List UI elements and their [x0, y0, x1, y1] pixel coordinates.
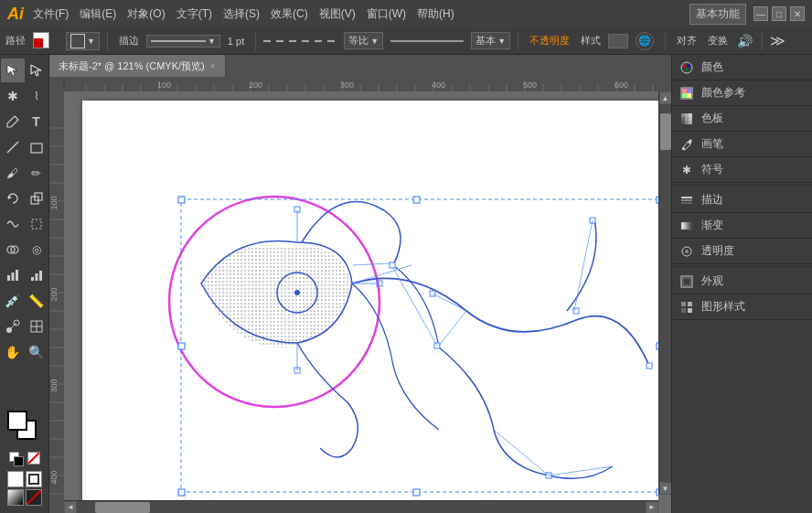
ruler-horizontal: 100 200 300 400 500 600 — [49, 77, 671, 91]
select-tool[interactable] — [1, 59, 25, 82]
scroll-track-horizontal[interactable] — [77, 501, 646, 514]
menu-effect[interactable]: 效果(C) — [271, 6, 308, 22]
svg-rect-137 — [681, 121, 685, 124]
scroll-thumb-horizontal[interactable] — [95, 502, 150, 513]
blend-tool[interactable] — [1, 315, 25, 338]
menu-edit[interactable]: 编辑(E) — [80, 6, 116, 22]
panel-color-ref[interactable]: 颜色参考 — [672, 80, 812, 106]
slice-tool[interactable] — [25, 315, 48, 338]
scroll-down-button[interactable]: ▼ — [659, 482, 672, 495]
panel-color[interactable]: 颜色 — [672, 55, 812, 80]
rect-tool[interactable] — [25, 135, 48, 159]
scroll-up-button[interactable]: ▲ — [659, 91, 672, 104]
style-preview[interactable] — [608, 34, 628, 48]
proportion-dropdown[interactable]: 等比 ▼ — [344, 32, 383, 49]
menu-object[interactable]: 对象(O) — [127, 6, 165, 22]
default-colors-icon[interactable] — [9, 452, 24, 466]
zoom-tool[interactable]: 🔍 — [25, 340, 48, 364]
panel-separator-2 — [672, 266, 812, 267]
tool-row-7 — [0, 212, 48, 236]
shape-builder-tool[interactable] — [1, 238, 25, 262]
line-tool[interactable] — [1, 135, 25, 159]
svg-text:100: 100 — [49, 196, 59, 209]
menu-text[interactable]: 文字(T) — [176, 6, 212, 22]
svg-point-125 — [686, 68, 689, 70]
graph-tool[interactable] — [1, 263, 25, 287]
rotate-tool[interactable] — [1, 187, 25, 210]
panel-transparency[interactable]: 透明度 — [672, 239, 812, 264]
hand-tool[interactable]: ✋ — [1, 340, 25, 364]
text-tool[interactable]: T — [25, 110, 48, 134]
gradient-icon — [679, 219, 694, 233]
magic-wand-tool[interactable]: ✱ — [1, 84, 25, 108]
panel-brushes[interactable]: 画笔 — [672, 132, 812, 157]
basic-func-dropdown[interactable]: 基本功能 — [689, 4, 746, 25]
paintbrush-tool[interactable]: 🖌 — [1, 161, 25, 185]
maximize-button[interactable]: □ — [772, 6, 786, 21]
pencil-tool[interactable]: ✏ — [25, 161, 48, 185]
svg-rect-2 — [31, 144, 42, 153]
stroke-color-icon[interactable] — [33, 32, 59, 50]
eyedropper-tool[interactable]: 💉 — [1, 289, 25, 313]
shape-dropdown[interactable]: ▼ — [66, 32, 100, 50]
svg-rect-153 — [688, 308, 692, 313]
tool-row-12: ✋ 🔍 — [0, 340, 48, 364]
toolbar-extra-icon[interactable]: 🔊 — [737, 34, 753, 48]
warp-tool[interactable] — [1, 212, 25, 236]
stroke-box[interactable] — [26, 471, 42, 487]
menu-view[interactable]: 视图(V) — [319, 6, 356, 22]
menu-file[interactable]: 文件(F) — [33, 6, 69, 22]
toolbar-path-label: 路径 — [5, 34, 26, 48]
stroke-style-dropdown[interactable]: ▼ — [146, 35, 220, 48]
gradient-box[interactable] — [7, 489, 24, 506]
svg-rect-145 — [681, 222, 692, 230]
scroll-right-button[interactable]: ► — [646, 501, 658, 514]
minimize-button[interactable]: — — [753, 6, 768, 21]
svg-rect-138 — [685, 121, 689, 124]
basic-dropdown[interactable]: 基本 ▼ — [471, 32, 510, 49]
measure-tool[interactable]: 📏 — [25, 289, 48, 313]
document-tab[interactable]: 未标题-2* @ 121% (CMYK/预览) × — [49, 55, 226, 77]
scroll-left-button[interactable]: ◄ — [64, 501, 77, 514]
symbol-sprayer-tool[interactable]: ◎ — [25, 238, 48, 262]
panel-stroke[interactable]: 描边 — [672, 187, 812, 213]
scroll-thumb-vertical[interactable] — [660, 113, 671, 150]
graphic-styles-icon — [679, 300, 694, 315]
scrollbar-horizontal[interactable]: ◄ ► — [64, 500, 658, 513]
toolbar-more-icon[interactable]: ≫ — [770, 32, 785, 49]
panel-graphic-styles[interactable]: 图形样式 — [672, 294, 812, 320]
no-fill-icon[interactable] — [27, 452, 40, 465]
toolbar-separator-2 — [255, 32, 256, 50]
panel-appearance[interactable]: 外观 — [672, 269, 812, 294]
panel-swatches[interactable]: 色板 — [672, 106, 812, 132]
svg-text:300: 300 — [49, 379, 59, 392]
svg-rect-130 — [687, 93, 691, 98]
lasso-tool[interactable]: ⌇ — [25, 84, 48, 108]
canvas-body: 100 200 300 400 — [49, 91, 671, 513]
direct-select-tool[interactable] — [25, 59, 48, 82]
svg-text:200: 200 — [249, 80, 262, 90]
pen-tool[interactable] — [1, 110, 25, 134]
fill-stroke-selector[interactable] — [7, 411, 42, 445]
globe-icon[interactable]: 🌐 — [636, 32, 654, 50]
stroke-icon — [679, 193, 694, 208]
svg-rect-113 — [178, 197, 185, 203]
tab-close-button[interactable]: × — [210, 61, 216, 71]
menu-select[interactable]: 选择(S) — [223, 6, 260, 22]
canvas-bg: 如上图所示，一一选择我们需要的部分 — [64, 91, 658, 500]
scrollbar-vertical[interactable]: ▲ ▼ — [658, 91, 671, 495]
fill-box[interactable] — [7, 471, 24, 487]
color-boxes-row — [7, 471, 42, 506]
panel-gradient[interactable]: 渐变 — [672, 213, 812, 239]
menu-help[interactable]: 帮助(H) — [417, 6, 454, 22]
no-paint-box[interactable] — [26, 489, 42, 506]
close-button[interactable]: ✕ — [790, 6, 805, 21]
column-graph-tool[interactable] — [25, 263, 48, 287]
scale-tool[interactable] — [25, 187, 48, 210]
svg-rect-6 — [32, 219, 41, 229]
panel-symbols[interactable]: ✱ 符号 — [672, 157, 812, 183]
menu-window[interactable]: 窗口(W) — [367, 6, 406, 22]
scroll-track-vertical[interactable] — [659, 104, 671, 482]
svg-line-110 — [433, 294, 466, 311]
free-transform-tool[interactable] — [25, 212, 48, 236]
